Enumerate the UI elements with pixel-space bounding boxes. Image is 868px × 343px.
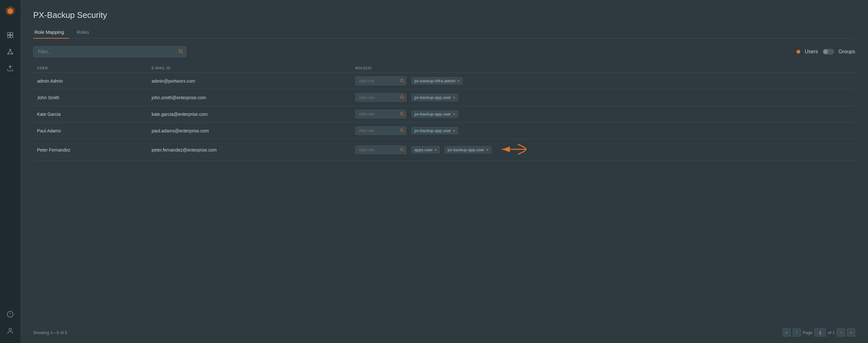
of-label: of 1 [828, 330, 835, 335]
svg-line-23 [403, 98, 404, 99]
add-role-wrapper [355, 93, 406, 102]
role-tag-remove[interactable]: × [458, 79, 460, 83]
svg-rect-3 [8, 33, 10, 35]
role-tag-remove[interactable]: × [434, 148, 437, 152]
showing-label: Showing 1—5 of 5 [33, 330, 67, 335]
cell-roles: px-backup-app.user× [351, 123, 855, 139]
add-role-input[interactable] [355, 76, 406, 85]
users-toggle-dot [797, 50, 800, 54]
users-label: Users [805, 49, 818, 55]
table-row: John Smithjohn.smith@enterprise.compx-ba… [33, 89, 855, 106]
tab-roles[interactable]: Roles [76, 27, 94, 39]
role-tag: px-backup-app.user× [445, 146, 491, 153]
cell-email: admin@portworx.com [148, 73, 351, 89]
sidebar-item-user[interactable] [4, 324, 17, 337]
svg-point-22 [400, 95, 403, 98]
add-role-wrapper [355, 76, 406, 85]
pag-last-button[interactable]: » [847, 328, 855, 337]
arrow-annotation [499, 143, 528, 157]
sidebar [0, 0, 21, 343]
pag-prev-button[interactable]: ‹ [793, 328, 801, 337]
filter-wrapper [33, 46, 186, 57]
role-tag: apps.user× [411, 146, 440, 153]
sidebar-item-topology[interactable] [4, 45, 17, 58]
svg-rect-6 [10, 35, 13, 38]
role-tag: px-backup-app.user× [411, 127, 458, 134]
sidebar-item-info[interactable] [4, 308, 17, 321]
cell-email: john.smith@enterprise.com [148, 89, 351, 106]
svg-rect-5 [8, 35, 10, 38]
svg-point-7 [9, 49, 11, 51]
add-role-search-icon [400, 78, 404, 84]
svg-line-21 [403, 81, 404, 82]
add-role-wrapper [355, 110, 406, 118]
filter-search-icon [178, 49, 183, 55]
svg-line-29 [403, 150, 404, 151]
role-tag-label: apps.user [414, 148, 433, 152]
table-row: Paul Adamspaul.adams@enterprise.compx-ba… [33, 123, 855, 139]
cell-user: Paul Adams [33, 123, 148, 139]
toggle-group: Users Groups [797, 49, 855, 55]
col-email: E-MAIL ID [148, 63, 351, 73]
add-role-search-icon [400, 111, 404, 117]
role-tag-remove[interactable]: × [453, 112, 455, 117]
svg-point-9 [12, 53, 13, 55]
add-role-input[interactable] [355, 110, 406, 118]
cell-roles: apps.user×px-backup-app.user× [351, 139, 855, 160]
tabs-container: Role Mapping Roles [33, 27, 855, 39]
page-input[interactable] [814, 328, 826, 337]
role-tag-label: px-backup-app.user [414, 112, 451, 117]
role-tag-label: px-backup-infra.admin [414, 79, 456, 83]
pag-next-button[interactable]: › [837, 328, 845, 337]
role-tag-label: px-backup-app.user [414, 95, 451, 100]
cell-roles: px-backup-app.user× [351, 89, 855, 105]
col-user: USER [33, 63, 148, 73]
svg-line-19 [182, 52, 183, 53]
svg-line-11 [10, 50, 12, 53]
add-role-search-icon [400, 95, 404, 100]
cell-email: paul.adams@enterprise.com [148, 123, 351, 139]
role-tag: px-backup-infra.admin× [411, 77, 463, 85]
role-tag-label: px-backup-app.user [447, 148, 484, 152]
role-tag-label: px-backup-app.user [414, 128, 451, 133]
svg-line-27 [403, 131, 404, 132]
role-tag-remove[interactable]: × [486, 148, 489, 152]
add-role-input[interactable] [355, 146, 406, 154]
svg-rect-4 [10, 33, 13, 35]
add-role-search-icon [400, 147, 404, 153]
table-row: Kate Garciakate.garcia@enterprise.compx-… [33, 106, 855, 123]
filter-input[interactable] [33, 46, 186, 57]
sidebar-item-dashboard[interactable] [4, 29, 17, 41]
svg-point-20 [400, 79, 403, 81]
svg-point-26 [400, 129, 403, 131]
cell-user: John Smith [33, 89, 148, 106]
add-role-wrapper [355, 126, 406, 135]
role-tag: px-backup-app.user× [411, 94, 458, 101]
role-tag-remove[interactable]: × [453, 95, 455, 100]
svg-line-10 [8, 50, 10, 53]
svg-point-24 [400, 112, 403, 115]
cell-roles: px-backup-app.user× [351, 106, 855, 122]
svg-point-8 [8, 53, 9, 55]
cell-user: admin Admin [33, 73, 148, 89]
pag-first-button[interactable]: « [782, 328, 791, 337]
cell-user: Peter Fernandez [33, 139, 148, 161]
add-role-input[interactable] [355, 93, 406, 102]
table-container: USER E-MAIL ID ROLE(S) admin Adminadmin@… [33, 63, 855, 321]
groups-toggle-switch[interactable] [823, 49, 834, 55]
footer: Showing 1—5 of 5 « ‹ Page of 1 › » [33, 326, 855, 337]
role-tag-remove[interactable]: × [453, 129, 455, 133]
sidebar-item-backup[interactable] [4, 62, 17, 75]
role-tag: px-backup-app.user× [411, 111, 458, 118]
table-row: admin Adminadmin@portworx.compx-backup-i… [33, 73, 855, 89]
add-role-wrapper [355, 146, 406, 154]
svg-point-18 [179, 50, 182, 52]
svg-point-17 [9, 328, 11, 331]
main-content: PX-Backup Security Role Mapping Roles Us… [21, 0, 868, 343]
page-label: Page [803, 330, 812, 335]
table-row: Peter Fernandezpeter.fernandez@enterpris… [33, 139, 855, 161]
add-role-input[interactable] [355, 126, 406, 135]
tab-role-mapping[interactable]: Role Mapping [33, 27, 69, 39]
cell-roles: px-backup-infra.admin× [351, 73, 855, 89]
logo[interactable] [4, 5, 16, 18]
